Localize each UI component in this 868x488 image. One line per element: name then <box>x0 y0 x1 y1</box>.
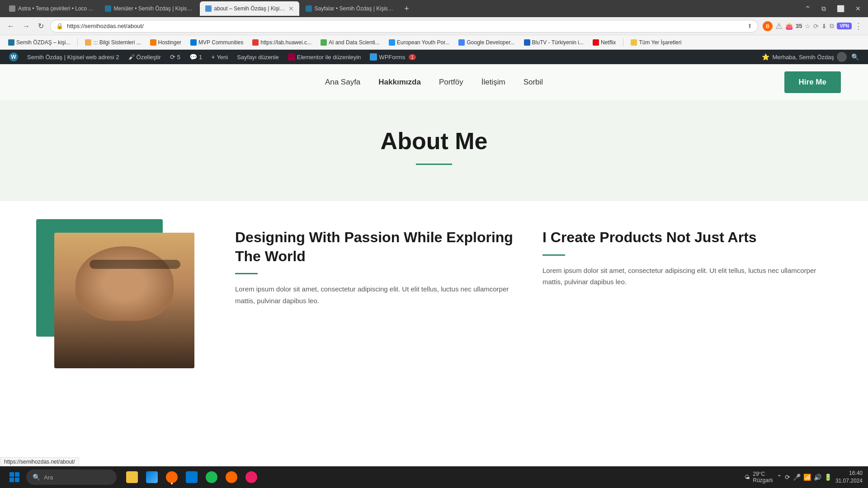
nav-link-iletisim[interactable]: İletişim <box>481 78 505 87</box>
new-tab-button[interactable]: + <box>401 2 413 15</box>
tray-wifi-icon[interactable]: 📶 <box>803 474 811 481</box>
tray-sound-icon[interactable]: 🔊 <box>814 474 821 481</box>
taskbar-app7[interactable] <box>242 468 260 486</box>
tab-4[interactable]: Sayfalar • Semih Özdaş | Kişisel web... <box>300 1 400 16</box>
weather-widget[interactable]: 🌤 29°C Rüzgarlı <box>745 471 773 483</box>
nav-link-ana-sayfa[interactable]: Ana Sayfa <box>325 78 360 87</box>
tab-2[interactable]: Menüler • Semih Özdaş | Kişisel web... <box>99 1 199 16</box>
window-restore-icon[interactable]: ⧉ <box>818 5 830 13</box>
bookmark-bilgi[interactable]: ::: Bilgi Sistemleri ... <box>81 38 144 47</box>
clock[interactable]: 16:40 31.07.2024 <box>835 469 863 485</box>
bookmark-huawei[interactable]: https://lab.huawei.c... <box>249 38 315 47</box>
bookmark-blutv-icon <box>524 39 530 46</box>
brave-icon: B <box>763 21 773 31</box>
wp-new-label: Yeni <box>217 54 228 61</box>
tab-4-icon <box>306 5 312 12</box>
bookmark-netflix-label: Netflix <box>601 39 616 46</box>
taskbar-spotify[interactable] <box>203 468 221 486</box>
extensions-icon[interactable]: ⧉ <box>830 22 834 30</box>
taskbar-brave2[interactable] <box>222 468 241 486</box>
wp-user-icon: ⭐ <box>762 53 769 61</box>
wp-edit-page[interactable]: Sayfayı düzenle <box>232 50 283 64</box>
bookmark-netflix[interactable]: Netflix <box>589 38 619 47</box>
bookmark-blutv-label: BluTV - Türkiyenin i... <box>532 39 584 46</box>
wp-site-name[interactable]: Semih Özdaş | Kişisel web adresi 2 <box>23 50 124 64</box>
tray-up-arrow[interactable]: ⌃ <box>777 474 782 481</box>
wp-customize[interactable]: 🖌 Özelleştir <box>124 50 165 64</box>
bookmark-google-dev[interactable]: Google Developer... <box>455 38 518 47</box>
wp-site-label: Semih Özdaş | Kişisel web adresi 2 <box>27 54 119 61</box>
history-icon[interactable]: ⟳ <box>813 23 819 30</box>
bookmark-all[interactable]: Tüm Yer İşaretleri <box>627 38 685 47</box>
share-icon[interactable]: ⬆ <box>747 23 752 29</box>
wp-wpforms[interactable]: WPForms 1 <box>365 50 420 64</box>
taskbar-apps <box>123 468 260 486</box>
new-icon: + <box>211 53 215 61</box>
wp-new[interactable]: + Yeni <box>207 50 232 64</box>
browser-toolbar: B ⚠ 👛 35 ☆ ⟳ ⬇ ⧉ VPN ⋮ <box>763 21 863 31</box>
bookmark-mvp[interactable]: MVP Communities <box>187 38 247 47</box>
start-button[interactable] <box>5 468 24 486</box>
bookmark-semih-label: Semih ÖZDAŞ – kişi... <box>16 39 70 46</box>
alert-icon[interactable]: ⚠ <box>775 21 783 31</box>
forward-button[interactable]: → <box>21 20 32 32</box>
tab-3-close[interactable]: ✕ <box>288 5 294 12</box>
wp-updates[interactable]: ⟳ 5 <box>165 50 185 64</box>
tray-battery-icon[interactable]: 🔋 <box>824 474 832 481</box>
wp-elementor[interactable]: Elementor ile düzenleyin <box>283 50 366 64</box>
tab-3[interactable]: about – Semih Özdaş | Kişisel ... ✕ <box>200 1 299 16</box>
wp-admin-bar: W Semih Özdaş | Kişisel web adresi 2 🖌 Ö… <box>0 50 868 64</box>
taskbar: 🔍 Ara 🌤 29°C Rüzgarlı <box>0 466 868 488</box>
download-icon[interactable]: ⬇ <box>821 23 827 30</box>
taskbar-search[interactable]: 🔍 Ara <box>26 469 117 485</box>
tray-update-icon[interactable]: ⟳ <box>785 474 790 481</box>
reload-button[interactable]: ↻ <box>36 20 46 32</box>
bookmark-netflix-icon <box>593 39 599 46</box>
date-display: 31.07.2024 <box>835 477 863 485</box>
updates-icon: ⟳ <box>170 53 175 61</box>
bookmark-eyp[interactable]: European Youth Por... <box>385 38 453 47</box>
taskbar-right: 🌤 29°C Rüzgarlı ⌃ ⟳ 🎤 📶 🔊 🔋 16:40 31.07.… <box>745 469 863 485</box>
app7-icon <box>245 471 257 483</box>
bookmark-blutv[interactable]: BluTV - Türkiyenin i... <box>520 38 587 47</box>
weather-desc: Rüzgarlı <box>753 477 773 483</box>
menu-icon[interactable]: ⋮ <box>854 21 863 31</box>
bookmark-ai[interactable]: AI and Data Scienti... <box>317 38 383 47</box>
site-navigation: Ana Sayfa Hakkımızda Portföy İletişim So… <box>0 64 868 100</box>
wp-search-icon[interactable]: 🔍 <box>847 53 863 61</box>
window-minimize-icon[interactable]: ⌃ <box>801 5 814 13</box>
vpn-badge[interactable]: VPN <box>837 23 852 29</box>
search-icon: 🔍 <box>33 474 40 481</box>
url-bar[interactable]: 🔒 https://semihozdas.net/about/ ⬆ <box>50 20 758 33</box>
search-placeholder: Ara <box>44 474 53 481</box>
taskbar-brave[interactable] <box>163 468 181 486</box>
taskbar-store[interactable] <box>143 468 161 486</box>
wp-comments[interactable]: 💬 1 <box>185 50 207 64</box>
back-button[interactable]: ← <box>5 20 16 32</box>
nav-link-portfolyo[interactable]: Portföy <box>439 78 463 87</box>
brave-taskbar-icon <box>166 471 178 483</box>
elementor-icon <box>288 53 295 61</box>
bookmark-eyp-label: European Youth Por... <box>397 39 450 46</box>
wallet-icon[interactable]: 👛 <box>785 23 793 30</box>
right-col: I Create Products Not Just Arts Lorem ip… <box>542 228 823 306</box>
bookmark-semih[interactable]: Semih ÖZDAŞ – kişi... <box>5 38 74 47</box>
brave-rewards-icon[interactable]: 35 <box>796 23 802 29</box>
nav-link-sorbil[interactable]: Sorbil <box>524 78 543 87</box>
wp-logo-item[interactable]: W <box>5 50 23 64</box>
window-close-icon[interactable]: ✕ <box>852 5 864 12</box>
browser-chrome: Astra • Tema çevirileri • Loco ... Menül… <box>0 0 868 50</box>
tab-1[interactable]: Astra • Tema çevirileri • Loco ... <box>4 1 99 16</box>
taskbar-explorer[interactable] <box>123 468 141 486</box>
taskbar-vscode[interactable] <box>183 468 201 486</box>
bookmark-hostinger[interactable]: Hostinger <box>146 38 185 47</box>
nav-link-hakkimizda[interactable]: Hakkımızda <box>378 78 421 87</box>
comments-icon: 💬 <box>189 53 197 61</box>
window-expand-icon[interactable]: ⬜ <box>833 5 848 12</box>
star-icon[interactable]: ☆ <box>805 23 811 30</box>
tray-mic-icon[interactable]: 🎤 <box>793 474 801 481</box>
hire-me-button[interactable]: Hire Me <box>784 71 841 93</box>
wp-user-info[interactable]: ⭐ Merhaba, Semih Özdaş <box>762 52 847 62</box>
wp-user-avatar <box>837 52 847 62</box>
address-bar: ← → ↻ 🔒 https://semihozdas.net/about/ ⬆ … <box>0 17 868 35</box>
